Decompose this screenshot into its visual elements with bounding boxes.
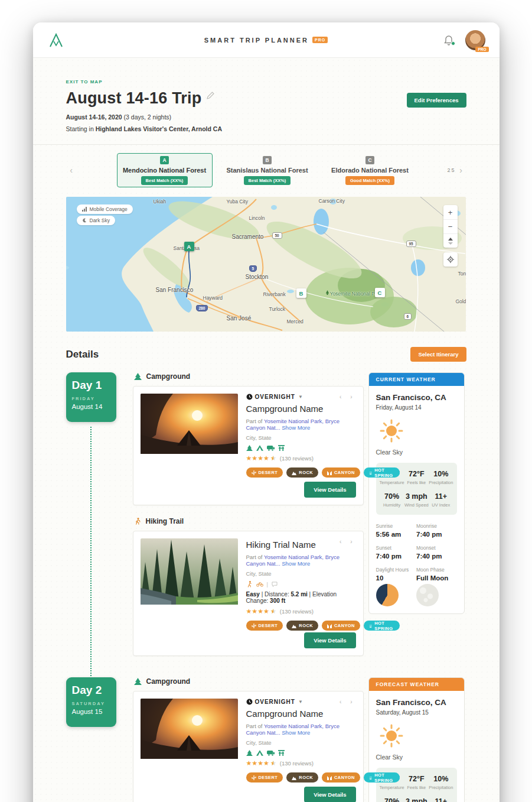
weather-column-day-2: FORECAST WEATHER San Francisco, CA Satur… — [368, 677, 465, 802]
tag-list: DESERT ROCK CANYON HOT SPRING — [246, 621, 356, 631]
campground-name: Campground Name — [246, 404, 356, 414]
page-title: August 14-16 Trip — [66, 89, 202, 108]
tent-icon — [256, 750, 263, 756]
clock-icon — [246, 394, 253, 400]
map-marker-c[interactable]: C — [375, 288, 385, 297]
tag-canyon: CANYON — [322, 467, 360, 478]
rv-icon — [267, 750, 275, 756]
tag-hot-spring: HOT SPRING — [364, 772, 400, 782]
rv-icon — [267, 445, 275, 451]
top-bar: SMART TRIP PLANNER PRO PRO — [33, 22, 500, 58]
review-count: (130 reviews) — [280, 455, 314, 462]
mobile-coverage-toggle[interactable]: Mobile Coverage — [77, 204, 133, 214]
map-zoom-in-button[interactable]: + — [443, 205, 458, 219]
map-label-lincoln: Lincoln — [249, 215, 265, 221]
tag-rock: ROCK — [286, 467, 318, 478]
rating-stars: ★★★★★★(130 reviews) — [246, 454, 356, 462]
notifications-bell-icon[interactable] — [443, 34, 455, 46]
select-itinerary-button[interactable]: Select Itinerary — [410, 347, 466, 362]
hiking-trail-section-label: Hiking Trail — [134, 517, 364, 525]
match-badge: Good Match (XX%) — [345, 176, 394, 185]
map-label-edge-2: Gold — [456, 298, 466, 304]
app-title: SMART TRIP PLANNER — [204, 37, 309, 44]
desert-icon — [252, 624, 256, 628]
trip-map[interactable]: Mobile Coverage Dark Sky Ukiah Yuba City… — [66, 197, 466, 332]
show-more-link[interactable]: Show More — [280, 560, 311, 567]
trip-start: Starting in Highland Lakes Visitor's Cen… — [66, 125, 466, 132]
weather-city: San Francisco, CA — [376, 698, 457, 707]
day-weekday: SATURDAY — [72, 701, 110, 706]
map-zoom-out-button[interactable]: − — [443, 219, 458, 233]
campground-name: Campground Name — [246, 709, 356, 719]
chevron-down-icon: ▼ — [298, 699, 303, 704]
card-carousel-arrows[interactable]: ‹ › — [340, 538, 355, 545]
page-content: EXIT TO MAP August 14-16 Trip Edit Prefe… — [33, 58, 500, 802]
map-marker-b[interactable]: B — [296, 288, 306, 298]
card-carousel-arrows[interactable]: ‹ › — [340, 699, 355, 705]
part-of-line: Part of Yosemite National Park, Bryce Ca… — [246, 723, 356, 736]
campground-section-label: Campground — [134, 677, 364, 686]
trail-stats-line: Easy | Distance: 5.2 mi | Elevation Chan… — [246, 591, 356, 604]
highway-shield-280: 280 — [196, 305, 208, 311]
campground-tree-icon — [134, 373, 142, 380]
edit-title-icon[interactable] — [206, 92, 214, 102]
tree-icon — [246, 445, 253, 451]
forest-option-c[interactable]: C Eldorado National Forest Good Match (X… — [322, 153, 418, 187]
highway-shield-95: 95 — [406, 241, 416, 247]
forest-name: Mendocino National Forest — [123, 167, 206, 174]
edit-preferences-button[interactable]: Edit Preferences — [407, 93, 466, 108]
rating-stars: ★★★★★★(130 reviews) — [246, 759, 356, 767]
marker-c-icon: C — [365, 156, 374, 164]
sun-icon — [378, 418, 457, 446]
forecast-weather-panel: FORECAST WEATHER San Francisco, CA Satur… — [368, 677, 465, 802]
map-locate-button[interactable] — [443, 252, 458, 267]
avatar[interactable]: PRO — [465, 30, 485, 50]
part-of-line: Part of Yosemite National Park, Bryce Ca… — [246, 554, 356, 567]
tag-canyon: CANYON — [322, 621, 360, 631]
desert-icon — [252, 470, 256, 475]
weather-date: Friday, August 14 — [376, 404, 457, 411]
map-tilt-button[interactable] — [443, 233, 458, 248]
toggle-label: Dark Sky — [90, 217, 110, 223]
highway-shield-5: 5 — [249, 265, 257, 272]
map-marker-a[interactable]: A — [184, 242, 194, 251]
show-more-link[interactable]: Show More — [280, 424, 311, 431]
campground-tree-icon — [134, 678, 142, 685]
hiking-trail-card: ‹ › Hiking Trial Name Part of Yosemite N… — [133, 531, 364, 656]
map-label-san-jose: San José — [227, 315, 252, 322]
trip-dates-bold: August 14-16, 2020 — [66, 113, 122, 121]
show-more-link[interactable]: Show More — [280, 729, 311, 736]
review-count: (130 reviews) — [280, 760, 314, 767]
match-badge: Best Match (XX%) — [244, 176, 291, 185]
map-label-san-francisco: San Francisco — [156, 287, 194, 293]
canyon-icon — [327, 624, 332, 628]
forest-option-b[interactable]: B Stanislaus National Forest Best Match … — [220, 153, 315, 187]
view-details-button[interactable]: View Details — [304, 632, 355, 648]
map-label-turlock: Turlock — [269, 306, 286, 312]
desert-icon — [252, 775, 256, 780]
picnic-table-icon — [278, 445, 285, 451]
map-terrain — [66, 197, 466, 332]
marker-a-icon: A — [160, 156, 169, 164]
exit-to-map-link[interactable]: EXIT TO MAP — [66, 79, 103, 85]
tree-icon — [246, 750, 253, 756]
hot-spring-icon — [369, 624, 372, 628]
tag-canyon: CANYON — [322, 772, 360, 782]
chevron-down-icon: ▼ — [298, 394, 303, 400]
carousel-next-icon[interactable]: › — [456, 165, 466, 175]
hot-spring-icon — [369, 470, 372, 475]
forest-option-a[interactable]: A Mendocino National Forest Best Match (… — [117, 153, 213, 187]
tag-desert: DESERT — [246, 621, 283, 631]
tag-list: DESERT ROCK CANYON HOT SPRING — [246, 467, 356, 478]
view-details-button[interactable]: View Details — [304, 482, 355, 498]
card-carousel-arrows[interactable]: ‹ › — [340, 394, 355, 400]
hiker-icon — [134, 518, 141, 525]
carousel-prev-icon[interactable]: ‹ — [66, 165, 77, 175]
marker-b-icon: B — [263, 156, 272, 164]
app-window: SMART TRIP PLANNER PRO PRO EXIT TO MAP A… — [33, 22, 500, 802]
dark-sky-toggle[interactable]: Dark Sky — [77, 216, 115, 225]
bike-icon — [256, 582, 263, 587]
part-of-line: Part of Yosemite National Park, Bryce Ca… — [246, 418, 356, 431]
view-details-button[interactable]: View Details — [304, 787, 355, 802]
app-logo-icon[interactable] — [47, 31, 65, 49]
